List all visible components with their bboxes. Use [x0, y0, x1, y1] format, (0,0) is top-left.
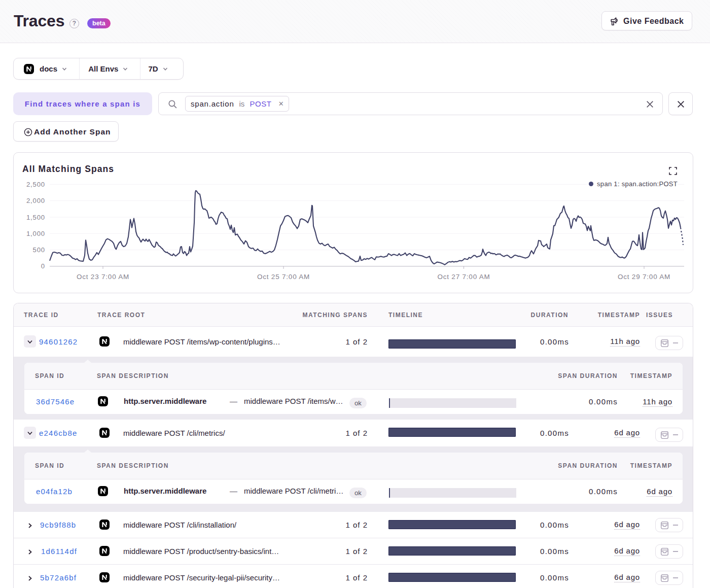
svg-text:500: 500	[33, 246, 45, 254]
svg-text:1,000: 1,000	[26, 230, 45, 237]
svg-text:2,000: 2,000	[26, 197, 45, 204]
svg-text:Oct 25 7:00 AM: Oct 25 7:00 AM	[257, 273, 310, 281]
svg-text:Oct 23 7:00 AM: Oct 23 7:00 AM	[77, 273, 129, 281]
svg-text:0: 0	[41, 262, 45, 270]
svg-text:Oct 27 7:00 AM: Oct 27 7:00 AM	[437, 273, 490, 281]
svg-text:Oct 29 7:00 AM: Oct 29 7:00 AM	[618, 273, 670, 281]
svg-text:1,500: 1,500	[26, 214, 45, 221]
svg-text:2,500: 2,500	[26, 181, 45, 188]
